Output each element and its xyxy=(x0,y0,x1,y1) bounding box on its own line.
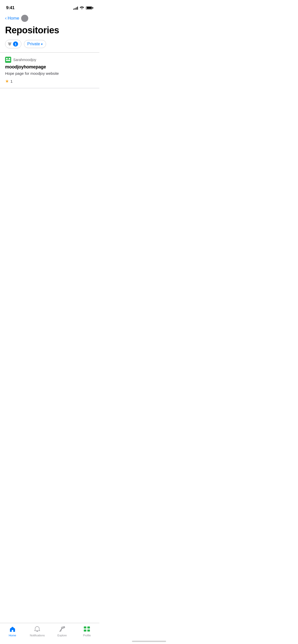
filter-bar: 1 Private ▾ xyxy=(0,40,99,52)
svg-rect-1 xyxy=(9,58,10,59)
battery-icon xyxy=(86,6,93,10)
filter-icon xyxy=(8,43,11,46)
status-time: 9:41 xyxy=(6,5,15,10)
star-count: 1 xyxy=(10,79,12,83)
svg-rect-0 xyxy=(6,58,8,59)
wifi-icon xyxy=(80,6,84,10)
star-icon: ★ xyxy=(5,79,9,84)
repo-owner-row: Sarahmoodjoy xyxy=(5,57,94,63)
svg-rect-2 xyxy=(6,60,7,61)
page-title: Repositories xyxy=(0,23,99,40)
repo-description: Hope page for moodjoy website xyxy=(5,71,94,76)
status-icons xyxy=(73,6,93,10)
private-label: Private xyxy=(27,42,40,46)
signal-icon xyxy=(73,6,78,10)
svg-rect-4 xyxy=(9,60,10,61)
status-bar: 9:41 xyxy=(0,0,99,12)
back-chevron-icon: ‹ xyxy=(5,16,7,21)
repository-item[interactable]: Sarahmoodjoy moodjoyhomepage Hope page f… xyxy=(0,53,99,88)
avatar xyxy=(21,15,28,22)
repo-owner-name: Sarahmoodjoy xyxy=(13,58,36,62)
back-button[interactable]: ‹ Home xyxy=(0,12,99,23)
chevron-down-icon: ▾ xyxy=(41,42,43,46)
filter-button[interactable]: 1 xyxy=(5,40,21,48)
back-label: Home xyxy=(8,16,19,21)
private-dropdown-button[interactable]: Private ▾ xyxy=(24,40,46,48)
filter-badge: 1 xyxy=(13,41,18,47)
repo-stats: ★ 1 xyxy=(5,79,94,84)
repo-avatar-icon xyxy=(6,58,10,62)
svg-rect-3 xyxy=(8,60,9,61)
repo-name: moodjoyhomepage xyxy=(5,64,94,70)
repo-owner-avatar xyxy=(5,57,11,63)
repository-list: Sarahmoodjoy moodjoyhomepage Hope page f… xyxy=(0,53,99,88)
